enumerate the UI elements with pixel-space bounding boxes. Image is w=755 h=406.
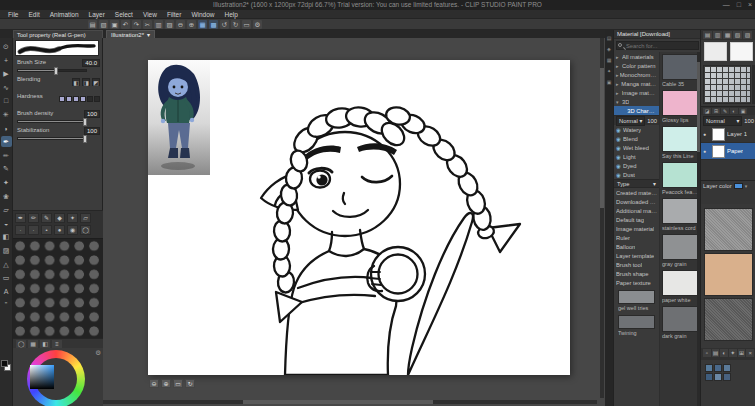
sub-tool-group-icon[interactable]: ▱ bbox=[80, 213, 91, 223]
brush-size-value[interactable]: 40.0 bbox=[82, 59, 100, 67]
brush-size-preset-icon[interactable]: ◉ bbox=[67, 225, 78, 235]
brush-size-slider[interactable] bbox=[17, 69, 87, 72]
material-tag[interactable]: Default tag bbox=[614, 215, 659, 224]
document-canvas[interactable] bbox=[148, 60, 570, 375]
color-palette-tab-icon[interactable]: ▦ bbox=[28, 340, 38, 348]
menu-item[interactable]: Select bbox=[110, 10, 138, 19]
material-tag[interactable]: Brush tool bbox=[614, 260, 659, 269]
search-input[interactable] bbox=[616, 41, 699, 50]
menu-item[interactable]: Filter bbox=[162, 10, 186, 19]
material-dock-tab-icon[interactable]: ▦ bbox=[607, 57, 612, 63]
sub-tool-group-icon[interactable]: ✒ bbox=[15, 213, 26, 223]
shortcut-tile[interactable] bbox=[705, 373, 713, 381]
shortcut-tile[interactable] bbox=[723, 373, 731, 381]
sub-tool-group-icon[interactable]: ✏ bbox=[28, 213, 39, 223]
visibility-icon[interactable]: ● bbox=[703, 131, 710, 137]
material-thumbnail[interactable]: Twining bbox=[618, 315, 655, 337]
sub-tool-item[interactable]: ◉ Watery bbox=[614, 125, 659, 134]
brush-size-preset-icon[interactable]: ● bbox=[54, 225, 65, 235]
canvas-horizontal-scrollbar[interactable] bbox=[103, 400, 597, 404]
layer-toolbar-icon[interactable]: ✎ bbox=[721, 108, 729, 114]
material-thumbnail[interactable]: Say this Line bbox=[662, 126, 698, 160]
layer-row[interactable]: ● Layer 1 bbox=[701, 126, 755, 143]
tool-button[interactable]: ✦ bbox=[1, 177, 12, 188]
command-icon[interactable]: ↻ bbox=[231, 20, 240, 29]
tool-button[interactable]: ▨ bbox=[1, 245, 12, 256]
blend-mode-icon[interactable]: ◨ bbox=[82, 78, 90, 86]
chevron-down-icon[interactable]: ▾ bbox=[745, 183, 748, 189]
brush-density-value[interactable]: 100 bbox=[84, 110, 100, 118]
texture-thumbnail[interactable] bbox=[704, 253, 753, 296]
pattern-preview-thumbnail[interactable] bbox=[730, 42, 753, 61]
texture-thumbnail[interactable] bbox=[704, 298, 753, 341]
layer-blend-mode-select[interactable]: Normal ▾ bbox=[703, 116, 742, 126]
tool-button[interactable]: ✒ bbox=[1, 136, 12, 147]
material-category[interactable]: 3D Character bbox=[614, 106, 659, 115]
layer-toolbar-icon[interactable]: ◪ bbox=[703, 108, 711, 114]
brush-size-preset-icon[interactable]: ∙ bbox=[28, 225, 39, 235]
tool-button[interactable]: ✳ bbox=[1, 109, 12, 120]
material-dock-tab-icon[interactable]: ✦ bbox=[607, 68, 611, 74]
layer-action-icon[interactable]: × bbox=[746, 349, 754, 357]
command-icon[interactable]: ↷ bbox=[132, 20, 141, 29]
shortcut-tile[interactable] bbox=[705, 364, 713, 372]
material-tag[interactable]: Ruler bbox=[614, 233, 659, 242]
blend-mode-icon[interactable]: ◧ bbox=[72, 78, 80, 86]
tool-property-panel-tab[interactable]: Tool property (Real G-pen) bbox=[13, 30, 103, 38]
material-tag[interactable]: Image material bbox=[614, 224, 659, 233]
sub-tool-group-icon[interactable]: ✦ bbox=[67, 213, 78, 223]
tool-button[interactable]: ❀ bbox=[1, 191, 12, 202]
blend-mode-select[interactable]: Normal ▾ bbox=[616, 116, 645, 126]
command-icon[interactable]: ✂ bbox=[143, 20, 152, 29]
hardness-row[interactable]: Hardness bbox=[13, 92, 103, 109]
command-icon[interactable]: ▭ bbox=[242, 20, 251, 29]
material-tag[interactable]: Layer template bbox=[614, 251, 659, 260]
saturation-value-square[interactable] bbox=[30, 365, 54, 389]
sub-tool-item[interactable]: ◉ Light bbox=[614, 152, 659, 161]
command-icon[interactable]: ▩ bbox=[209, 20, 218, 29]
material-dock-tab-icon[interactable]: ▤ bbox=[607, 35, 612, 41]
command-icon[interactable]: ▧ bbox=[99, 20, 108, 29]
panel-toolbar-icon[interactable]: ▧ bbox=[733, 31, 742, 39]
shortcut-tile[interactable] bbox=[723, 364, 731, 372]
brush-density-row[interactable]: Brush density 100 bbox=[13, 109, 103, 126]
tool-button[interactable]: A bbox=[1, 286, 12, 297]
tool-button[interactable]: ✏ bbox=[1, 150, 12, 161]
command-icon[interactable]: ▨ bbox=[165, 20, 174, 29]
tool-button[interactable]: ◧ bbox=[1, 231, 12, 242]
canvas-view-button[interactable]: ↻ bbox=[185, 379, 195, 388]
blend-mode-icon[interactable]: ◩ bbox=[92, 78, 100, 86]
tool-button[interactable]: " bbox=[1, 299, 12, 310]
canvas-view-button[interactable]: ⊖ bbox=[149, 379, 159, 388]
command-icon[interactable]: ▦ bbox=[198, 20, 207, 29]
color-set-grid[interactable] bbox=[703, 65, 751, 104]
tool-button[interactable]: ▶ bbox=[1, 68, 12, 79]
layer-action-icon[interactable]: ⊞ bbox=[738, 349, 746, 357]
blending-row[interactable]: Blending ◧◨◩ bbox=[13, 75, 103, 92]
menu-item[interactable]: Animation bbox=[45, 10, 84, 19]
color-palette-tab-icon[interactable]: ≡ bbox=[52, 340, 62, 348]
command-icon[interactable]: ▤ bbox=[88, 20, 97, 29]
tool-button[interactable]: + bbox=[1, 55, 12, 66]
brush-library-grid[interactable] bbox=[13, 238, 103, 338]
sub-tool-item[interactable]: ◉ Wet bleed bbox=[614, 143, 659, 152]
brush-size-row[interactable]: Brush Size 40.0 bbox=[13, 58, 103, 75]
material-category[interactable]: ▸ Color pattern bbox=[614, 61, 659, 70]
panel-toolbar-icon[interactable]: ▤ bbox=[703, 31, 712, 39]
visibility-icon[interactable]: ● bbox=[703, 148, 710, 154]
canvas-view-button[interactable]: ▭ bbox=[173, 379, 183, 388]
material-thumbnail[interactable]: gray grain bbox=[662, 234, 698, 268]
layer-toolbar-icon[interactable]: ◐ bbox=[730, 108, 738, 114]
command-icon[interactable]: ⊖ bbox=[176, 20, 185, 29]
menu-item[interactable]: Layer bbox=[84, 10, 110, 19]
gear-icon[interactable]: ⚙ bbox=[95, 349, 101, 357]
sub-tool-item[interactable]: ◉ Blend bbox=[614, 134, 659, 143]
layer-row[interactable]: ● Paper bbox=[701, 143, 755, 160]
brush-size-preset-icon[interactable]: ◯ bbox=[80, 225, 91, 235]
hardness-segments[interactable] bbox=[59, 96, 100, 102]
tool-button[interactable]: ◒ bbox=[1, 218, 12, 229]
chevron-down-icon[interactable]: ▾ bbox=[639, 117, 642, 125]
tool-button[interactable]: □ bbox=[1, 95, 12, 106]
foreground-color-swatch[interactable] bbox=[1, 360, 8, 367]
shortcut-tile[interactable] bbox=[714, 364, 722, 372]
